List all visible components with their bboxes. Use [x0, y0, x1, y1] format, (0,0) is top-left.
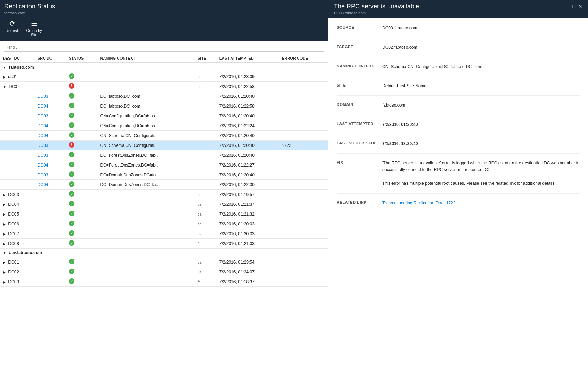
expand-dc-icon[interactable]: ▶	[3, 270, 6, 274]
row-src: DC03	[35, 92, 66, 101]
naming-context-label: NAMING CONTEXT	[337, 63, 382, 68]
dc-status	[66, 257, 98, 267]
expand-dc-icon[interactable]: ▶	[3, 260, 6, 264]
row-site	[195, 170, 217, 180]
dc-row[interactable]: ▶ DC02 us 7/2/2016, 01:24:07	[0, 267, 328, 277]
dc-status	[66, 229, 98, 239]
table-row[interactable]: DC04 DC=ForestDnsZones,DC=fab.. 7/2/2016…	[0, 160, 328, 170]
toolbar: ⟳ Refresh ☰ Group bySite	[0, 17, 328, 41]
row-site	[195, 131, 217, 141]
row-site	[195, 160, 217, 170]
table-row[interactable]: DC04 CN=Configuration,DC=fabtos.. 7/2/20…	[0, 121, 328, 131]
maximize-button[interactable]: □	[573, 4, 575, 9]
dc-site: ca	[195, 257, 217, 267]
status-ok-icon	[69, 103, 74, 108]
status-ok-icon	[69, 181, 74, 187]
status-ok-icon	[69, 211, 74, 216]
row-status	[66, 150, 98, 160]
dc-row[interactable]: ▶ DC04 us 7/2/2016, 01:21:37	[0, 199, 328, 209]
search-input[interactable]	[4, 43, 324, 52]
group-by-label: Group bySite	[26, 28, 42, 37]
expand-dc-icon[interactable]: ▶	[3, 280, 6, 284]
dc-error	[279, 257, 328, 267]
row-dest	[0, 92, 35, 101]
row-dest	[0, 141, 35, 150]
status-ok-icon	[69, 73, 74, 79]
row-error	[279, 92, 328, 101]
dc-site: us	[195, 267, 217, 277]
row-last-attempted: 7/2/2016, 01:20:40	[217, 131, 279, 141]
row-status	[66, 121, 98, 131]
right-header-title: The RPC server is unavailable DC03.fabto…	[334, 3, 419, 15]
table-row[interactable]: DC03 CN=Schema,CN=Configurati.. 7/2/2016…	[0, 141, 328, 150]
last-successful-row: LAST SUCCESSFUL 7/1/2016, 18:20:40	[337, 141, 580, 147]
minimize-button[interactable]: —	[565, 4, 570, 9]
expand-group-icon[interactable]: ▼	[3, 251, 6, 255]
dc-row[interactable]: ▶ dc01 us 7/2/2016, 01:23:09	[0, 72, 328, 82]
dc-src	[35, 239, 66, 249]
group-name: fabtoso.com	[9, 65, 34, 70]
expand-dc-icon[interactable]: ▶	[3, 203, 6, 206]
dc-name: ▶ DC06	[0, 219, 35, 229]
table-row[interactable]: DC04 CN=Schema,CN=Configurati.. 7/2/2016…	[0, 131, 328, 141]
group-header: ▼ dev.fabtoso.com	[0, 249, 328, 257]
dc-src	[35, 190, 66, 199]
table-row[interactable]: DC03 CN=Configuration,DC=fabtos.. 7/2/20…	[0, 111, 328, 121]
status-ok-icon	[69, 259, 74, 264]
dc-row[interactable]: ▶ DC01 ca 7/2/2016, 01:23:54	[0, 257, 328, 267]
expand-dc-icon[interactable]: ▶	[3, 222, 6, 226]
expand-group-icon[interactable]: ▼	[3, 66, 6, 69]
close-button[interactable]: ✕	[578, 4, 582, 9]
target-row: TARGET DC02.fabtoso.com	[337, 44, 580, 50]
related-link[interactable]: Troubleshooting Replication Error 1722	[382, 201, 455, 205]
dc-row[interactable]: ▼ DC02 us 7/2/2016, 01:22:58	[0, 82, 328, 92]
row-error	[279, 131, 328, 141]
group-by-button[interactable]: ☰ Group bySite	[24, 19, 45, 38]
dc-naming	[97, 82, 194, 92]
naming-context-value: CN=Schema,CN=Configuration,DC=fabtoso,DC…	[382, 63, 580, 70]
dc-status	[66, 199, 98, 209]
row-error	[279, 180, 328, 190]
row-dest	[0, 170, 35, 180]
dc-status	[66, 209, 98, 219]
row-status	[66, 170, 98, 180]
window-controls: — □ ✕	[565, 4, 582, 9]
table-row[interactable]: DC03 DC=DomainDnsZones,DC=fa.. 7/2/2016,…	[0, 170, 328, 180]
table-row[interactable]: DC03 DC=ForestDnsZones,DC=fab.. 7/2/2016…	[0, 150, 328, 160]
dc-last-attempted: 7/2/2016, 01:21:03	[217, 239, 279, 249]
dc-src	[35, 257, 66, 267]
last-attempted-label: LAST ATTEMPTED	[337, 121, 382, 126]
row-site	[195, 180, 217, 190]
col-status: STATUS	[66, 54, 98, 63]
dc-row[interactable]: ▶ DC06 ca 7/2/2016, 01:20:03	[0, 219, 328, 229]
expand-dc-icon[interactable]: ▶	[3, 232, 6, 236]
dc-row[interactable]: ▶ DC07 us 7/2/2016, 01:20:03	[0, 229, 328, 239]
dc-last-attempted: 7/2/2016, 01:24:07	[217, 267, 279, 277]
related-link-value: Troubleshooting Replication Error 1722	[382, 200, 580, 206]
dc-row[interactable]: ▶ DC05 ca 7/2/2016, 01:21:32	[0, 209, 328, 219]
expand-dc-icon[interactable]: ▶	[3, 242, 6, 246]
refresh-button[interactable]: ⟳ Refresh	[3, 19, 22, 34]
dc-row[interactable]: ▶ DC03 us 7/2/2016, 01:19:57	[0, 190, 328, 199]
row-last-attempted: 7/2/2016, 01:20:40	[217, 150, 279, 160]
dc-error	[279, 82, 328, 92]
table-row[interactable]: DC04 DC=fabtoso,DC=com 7/2/2016, 01:22:5…	[0, 101, 328, 111]
expand-dc-icon[interactable]: ▶	[3, 193, 6, 197]
dc-src	[35, 267, 66, 277]
row-src: DC04	[35, 160, 66, 170]
row-naming: DC=DomainDnsZones,DC=fa..	[97, 170, 194, 180]
expand-dc-icon[interactable]: ▶	[3, 212, 6, 216]
dc-row[interactable]: ▶ DC03 fr 7/2/2016, 01:18:37	[0, 277, 328, 287]
target-value: DC02.fabtoso.com	[382, 44, 580, 50]
table-row[interactable]: DC03 DC=fabtoso,DC=com 7/2/2016, 01:20:4…	[0, 92, 328, 101]
status-ok-icon	[69, 162, 74, 167]
row-status	[66, 92, 98, 101]
status-ok-icon	[69, 171, 74, 177]
table-row[interactable]: DC04 DC=DomainDnsZones,DC=fa.. 7/2/2016,…	[0, 180, 328, 190]
left-header: Replication Status fabtoso.com	[0, 0, 328, 17]
collapse-dc-icon[interactable]: ▼	[3, 85, 6, 89]
dc-src	[35, 72, 66, 82]
dc-row[interactable]: ▶ DC08 fr 7/2/2016, 01:21:03	[0, 239, 328, 249]
expand-dc-icon[interactable]: ▶	[3, 75, 6, 79]
row-last-attempted: 7/2/2016, 01:22:30	[217, 180, 279, 190]
